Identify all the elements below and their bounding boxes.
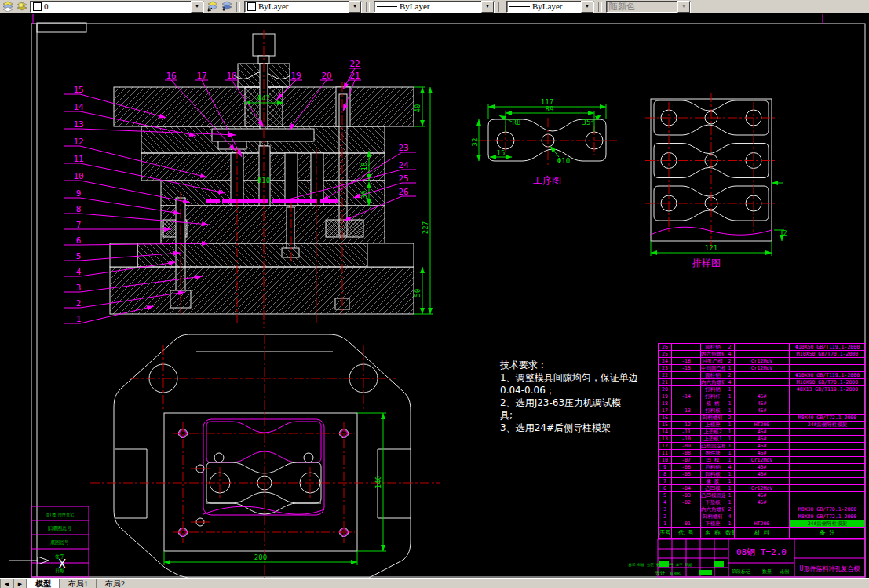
bom-row: 26圆柱销2Φ10X50 GB/T119.1-2000 [659, 344, 866, 351]
dim-2: 2 [783, 229, 787, 237]
layer-states-icon[interactable] [16, 1, 28, 13]
callout-number: 3 [76, 283, 82, 293]
bom-row: 17-13打料板145# [659, 407, 866, 415]
title-block-stage: 阶段标记 [732, 568, 750, 575]
layer-combo-arrow-icon[interactable]: ▼ [191, 1, 203, 13]
dim-140: 140 [374, 476, 382, 488]
callout-number: 20 [321, 71, 331, 81]
callout-number: 25 [398, 173, 408, 184]
callout-number: 10 [73, 171, 83, 181]
plot-style-combo: 随颜色 ▼ [606, 1, 691, 13]
linetype-combo-arrow-icon[interactable]: ▼ [481, 1, 494, 13]
callout-number: 12 [73, 137, 83, 147]
process-view-label: 工序图 [533, 175, 561, 186]
layer-previous-icon[interactable] [220, 1, 232, 13]
toolbar-separator [598, 2, 602, 12]
bom-row: 12-09凸模固定板145# [659, 443, 866, 450]
tab-layout1[interactable]: 布局1 [60, 579, 97, 588]
callout-number: 22 [349, 59, 360, 69]
strip-dimensions: 121 2 [651, 183, 787, 256]
current-linetype-name: ByLayer [400, 2, 479, 11]
bom-row: 25内六角螺钉4M10X50 GB/T70.1-2000 [659, 351, 866, 358]
lineweight-combo-arrow-icon[interactable]: ▼ [581, 1, 593, 13]
linetype-sample [377, 6, 397, 7]
color-combo[interactable]: ByLayer ▼ [244, 1, 362, 13]
bom-row: 11-08推件块145# [659, 450, 866, 457]
dim-200: 200 [254, 553, 267, 561]
color-combo-arrow-icon[interactable]: ▼ [349, 1, 361, 13]
strip-layout-view[interactable]: 121 2 排样图 [645, 93, 787, 268]
dim-89: 89 [546, 105, 554, 113]
lineweight-sample [509, 6, 530, 7]
bom-row: 24-16冲孔凸模2Cr12MoV [659, 358, 866, 365]
callout-number: 16 [166, 71, 176, 81]
callout-number: 18 [226, 71, 236, 81]
tab-model[interactable]: 模型 [27, 579, 60, 588]
dim-phi42: Φ42 [257, 94, 270, 102]
callout-number: 21 [349, 71, 360, 81]
die-section-view[interactable]: Φ42 40 227 50 18 30 Φ10 1514131211109876… [64, 30, 433, 328]
toolbar-separator [236, 2, 240, 12]
tab-scroll-right-icon[interactable]: ▶ [13, 579, 27, 588]
dim-18: 18 [360, 163, 368, 171]
callout-number: 19 [290, 71, 301, 81]
dim-phi10: Φ10 [257, 177, 270, 184]
title-block-scale: 比例 [780, 568, 789, 575]
tech-req-line: 具; [500, 409, 661, 422]
layer-combo[interactable]: 0 ▼ [30, 1, 204, 13]
dim-121: 121 [705, 244, 717, 252]
callout-number: 4 [76, 267, 82, 277]
current-layer-name: 0 [44, 2, 188, 11]
bom-row: 4-02下垫板145# [659, 499, 866, 506]
margin-label: 底图总号 [50, 539, 69, 546]
tab-layout2[interactable]: 布局2 [97, 579, 133, 588]
process-part-view[interactable]: 117 89 32 R8 35 15 Φ10 工序图 [471, 98, 617, 186]
callout-number: 24 [398, 160, 409, 170]
dim-phi10-part: Φ10 [557, 157, 570, 165]
layout-tabbar: ◀ ▶ 模型 布局1 布局2 [0, 578, 869, 588]
bom-row: 15-12上模座1HT20024#后侧导柱模架 [659, 422, 866, 429]
callout-number: 7 [76, 220, 82, 230]
bom-row: 1-01下模座1HT20024#后侧导柱模架 [659, 520, 866, 528]
layer-manager-icon[interactable] [2, 1, 14, 13]
layer-color-swatch [33, 2, 42, 11]
title-block-standardization: 标准化 [669, 571, 681, 576]
current-color-swatch [247, 2, 256, 11]
title-block-change-row: 标记 处数 分区 更改文件号 签字 日期 [627, 562, 692, 568]
die-plan-view[interactable]: 140 200 [90, 334, 440, 578]
make-object-layer-current-icon[interactable] [206, 1, 218, 13]
ucs-icon: X [9, 557, 66, 572]
current-lineweight-name: ByLayer [532, 2, 579, 11]
bom-table: 26圆柱销2Φ10X50 GB/T119.1-200025内六角螺钉4M10X5… [658, 343, 865, 539]
bom-row: 9-06挡料销445# [659, 464, 866, 471]
toolbar-separator [498, 2, 502, 12]
plan-dimensions: 140 200 [164, 413, 386, 565]
lineweight-combo[interactable]: ByLayer ▼ [506, 1, 594, 13]
tech-req-line: 3、选用24#后侧导柱模架 [500, 422, 661, 434]
margin-label: 旧底图总号 [48, 525, 71, 531]
callout-number: 9 [76, 188, 82, 199]
bom-row: 18模 柄145# [659, 400, 866, 407]
bom-row: 5-03凸凹模固定板145# [659, 492, 866, 499]
linetype-combo[interactable]: ByLayer ▼ [374, 1, 495, 13]
callout-number: 11 [73, 154, 83, 164]
title-block-drawing-title: U形件落料冲孔复合模 [800, 565, 860, 572]
current-color-name: ByLayer [258, 2, 346, 11]
callout-number: 6 [76, 236, 82, 246]
callout-number: 14 [73, 102, 84, 112]
bom-row: 16卸料螺钉2M8X40 GB/T72.1-2000 [659, 415, 866, 422]
bom-row: 19-14打料杆145# [659, 393, 866, 400]
bom-row: 13-10上垫板1145# [659, 436, 866, 443]
callout-number: 13 [73, 119, 83, 130]
bom-row: 10-07凹 模1Cr12MoV [659, 457, 866, 464]
tech-req-line: 0.04-0.06； [500, 384, 661, 396]
bom-header-row: 序号代 号名 称数量材 料备 注 [659, 528, 866, 539]
bom-row: 3内六角螺钉2M8X30 GB/T70.1-2000 [659, 506, 866, 513]
layer-properties-toolbar: 0 ▼ ByLayer ▼ ByLayer ▼ ByLayer ▼ 随颜色 ▼ [0, 0, 869, 13]
bom-row: 23-15中间圆凸模1Cr12MoV [659, 365, 866, 372]
bom-row: 20打料销1Φ8X13 GB/T119.1-2000 [659, 386, 866, 393]
tech-req-line: 1、调整模具间隙均匀，保证单边 [500, 371, 661, 384]
dim-40: 40 [414, 104, 422, 113]
tab-scroll-left-icon[interactable]: ◀ [0, 579, 13, 588]
callout-number: 23 [398, 143, 408, 153]
